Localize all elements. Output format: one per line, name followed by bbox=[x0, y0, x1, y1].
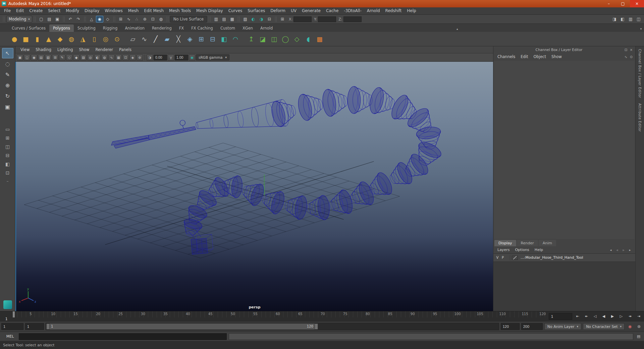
snap-to-projected-center-icon[interactable]: ⊚ bbox=[141, 16, 149, 22]
menu-item[interactable]: Cache bbox=[323, 7, 341, 14]
menu-item[interactable]: Arnold bbox=[364, 7, 383, 14]
group-grip[interactable] bbox=[238, 16, 239, 22]
group-grip[interactable] bbox=[167, 16, 168, 22]
viewport-canvas[interactable]: yxz persp bbox=[15, 62, 493, 311]
layer-list[interactable]: V P ...:Modular_Hose_Third_Hand_Tool bbox=[493, 253, 635, 311]
layer-color-swatch[interactable] bbox=[512, 256, 518, 260]
float-panel-icon[interactable]: ⊡ bbox=[623, 47, 629, 52]
shelf-poly-helix-icon[interactable]: ◍ bbox=[66, 33, 77, 45]
viewport-menu-item[interactable]: Lighting bbox=[54, 47, 76, 52]
group-grip[interactable] bbox=[275, 16, 277, 22]
menu-item[interactable]: Select bbox=[45, 7, 63, 14]
menu-item[interactable]: Mesh Display bbox=[194, 7, 226, 14]
command-results-field[interactable] bbox=[229, 333, 633, 340]
menu-item[interactable]: UV bbox=[288, 7, 299, 14]
toggle-tool-settings-icon[interactable]: ▥ bbox=[627, 16, 634, 22]
step-back-frame-button[interactable]: ◁ bbox=[591, 313, 599, 320]
viewport-wireframe-icon[interactable]: ◇ bbox=[66, 54, 72, 61]
lasso-tool[interactable]: ◌ bbox=[2, 59, 13, 69]
shelf-mirror-icon[interactable]: ◧ bbox=[219, 33, 229, 45]
shelf-type-tool-icon[interactable]: ▱ bbox=[127, 33, 138, 45]
scale-tool[interactable]: ▣ bbox=[2, 102, 13, 112]
layout-two-pane-side[interactable]: ◫ bbox=[3, 143, 13, 151]
layout-two-pane-stacked[interactable]: ⊟ bbox=[3, 151, 13, 159]
shelf-tab-xgen[interactable]: XGen bbox=[239, 24, 257, 32]
undo-icon[interactable]: ↶ bbox=[67, 16, 74, 22]
group-grip[interactable] bbox=[63, 16, 65, 22]
range-slider-track[interactable]: 1 120 bbox=[46, 323, 499, 330]
move-tool[interactable]: ⊕ bbox=[2, 80, 13, 91]
character-set-dropdown[interactable]: No Character Set ▾ bbox=[583, 323, 625, 330]
menu-item[interactable]: Generate bbox=[299, 7, 323, 14]
command-language-toggle[interactable]: MEL bbox=[1, 334, 19, 339]
animation-start-field[interactable] bbox=[1, 323, 23, 330]
toggle-channel-box-icon[interactable]: ◫ bbox=[635, 16, 642, 22]
color-management-icon[interactable]: ◉ bbox=[189, 54, 195, 61]
shelf-sculpt-tool-icon[interactable]: ◖ bbox=[303, 33, 314, 45]
shelf-fill-hole-icon[interactable]: ◯ bbox=[280, 33, 291, 45]
playhead[interactable] bbox=[13, 311, 15, 317]
range-start-handle[interactable] bbox=[46, 323, 50, 330]
range-slider-bar[interactable]: 1 120 bbox=[46, 323, 318, 330]
menu-item[interactable]: Mesh bbox=[125, 7, 142, 14]
play-backwards-button[interactable]: ◀ bbox=[600, 313, 608, 320]
range-end-handle[interactable] bbox=[315, 323, 318, 330]
viewport-motion-blur-icon[interactable]: ∿ bbox=[108, 54, 115, 61]
viewport-menu-item[interactable]: Show bbox=[76, 47, 93, 52]
viewport-bookmarks-icon[interactable]: ▤ bbox=[38, 54, 44, 61]
viewport-use-all-lights-icon[interactable]: ◎ bbox=[87, 54, 94, 61]
group-grip[interactable] bbox=[84, 16, 86, 22]
shelf-poly-sphere-icon[interactable]: ● bbox=[9, 33, 20, 45]
viewport-isolate-select-icon[interactable]: ⊡ bbox=[122, 54, 129, 61]
snap-to-points-icon[interactable]: ∴ bbox=[133, 16, 141, 22]
group-grip[interactable] bbox=[34, 16, 36, 22]
viewport-screen-space-ao-icon[interactable]: ◍ bbox=[101, 54, 108, 61]
step-forward-key-button[interactable]: ↠ bbox=[626, 313, 634, 320]
viewport-textured-icon[interactable]: ▨ bbox=[80, 54, 87, 61]
ipr-render-icon[interactable]: ◑ bbox=[258, 16, 265, 22]
channel-menu-item[interactable]: Channels bbox=[495, 54, 518, 59]
layer-tab-anim[interactable]: Anim bbox=[539, 240, 556, 246]
snap-to-view-planes-icon[interactable]: ⊡ bbox=[149, 16, 157, 22]
go-to-end-button[interactable]: ⇥ bbox=[635, 313, 643, 320]
output-connections-icon[interactable]: ▤ bbox=[220, 16, 228, 22]
shelf-menu-icon[interactable]: ▾ bbox=[638, 26, 644, 32]
menu-item[interactable]: Modify bbox=[63, 7, 82, 14]
make-live-icon[interactable]: ◍ bbox=[157, 16, 165, 22]
menu-item[interactable]: Deform bbox=[268, 7, 288, 14]
maya-badge-icon[interactable] bbox=[3, 300, 12, 309]
shelf-lattice-icon[interactable]: ▩ bbox=[314, 33, 325, 45]
y-coordinate-field[interactable] bbox=[318, 16, 336, 22]
select-by-object-icon[interactable]: ◉ bbox=[96, 16, 103, 22]
menu-item[interactable]: Windows bbox=[102, 7, 125, 14]
side-tab-attribute-editor[interactable]: Attribute Editor bbox=[638, 103, 642, 132]
viewport-select-camera-icon[interactable]: ▣ bbox=[17, 54, 23, 61]
shelf-tab-arnold[interactable]: Arnold bbox=[257, 24, 276, 32]
shelf-multi-cut-icon[interactable]: ╳ bbox=[173, 33, 184, 45]
shelf-poly-cone-icon[interactable]: ▲ bbox=[43, 33, 54, 45]
snap-to-grids-icon[interactable]: ⊞ bbox=[117, 16, 124, 22]
menu-set-dropdown[interactable]: Modeling ▾ bbox=[6, 16, 32, 22]
pin-icon[interactable]: ⊙ bbox=[629, 54, 634, 59]
toggle-attribute-editor-icon[interactable]: ◧ bbox=[619, 16, 626, 22]
exposure-icon[interactable]: ◑ bbox=[147, 54, 153, 61]
anim-layer-dropdown[interactable]: No Anim Layer ▾ bbox=[544, 323, 581, 330]
shelf-smooth-icon[interactable]: ◠ bbox=[230, 33, 241, 45]
step-back-key-button[interactable]: ↞ bbox=[582, 313, 590, 320]
playback-end-field[interactable] bbox=[501, 323, 520, 330]
shelf-pencil-curve-icon[interactable]: ╱ bbox=[150, 33, 161, 45]
shelf-tab-curves-surfaces[interactable]: Curves / Surfaces bbox=[8, 24, 49, 32]
redo-icon[interactable]: ↷ bbox=[75, 16, 82, 22]
menu-item[interactable]: Display bbox=[82, 7, 102, 14]
channel-list-area[interactable] bbox=[494, 61, 635, 239]
select-by-component-icon[interactable]: ◇ bbox=[104, 16, 111, 22]
absolute-relative-icon[interactable]: ⊞ bbox=[279, 16, 286, 22]
go-to-start-button[interactable]: ⇤ bbox=[574, 313, 582, 320]
viewport-menu-item[interactable]: Panels bbox=[116, 47, 135, 52]
auto-keyframe-icon[interactable]: ◉ bbox=[626, 323, 634, 330]
view-transform-dropdown[interactable]: sRGB gamma ▾ bbox=[196, 54, 229, 60]
shelf-tab-sculpting[interactable]: Sculpting bbox=[74, 24, 99, 32]
menu-item[interactable]: Mesh Tools bbox=[166, 7, 194, 14]
z-coordinate-field[interactable] bbox=[343, 16, 362, 22]
viewport-menu-item[interactable]: Renderer bbox=[93, 47, 116, 52]
